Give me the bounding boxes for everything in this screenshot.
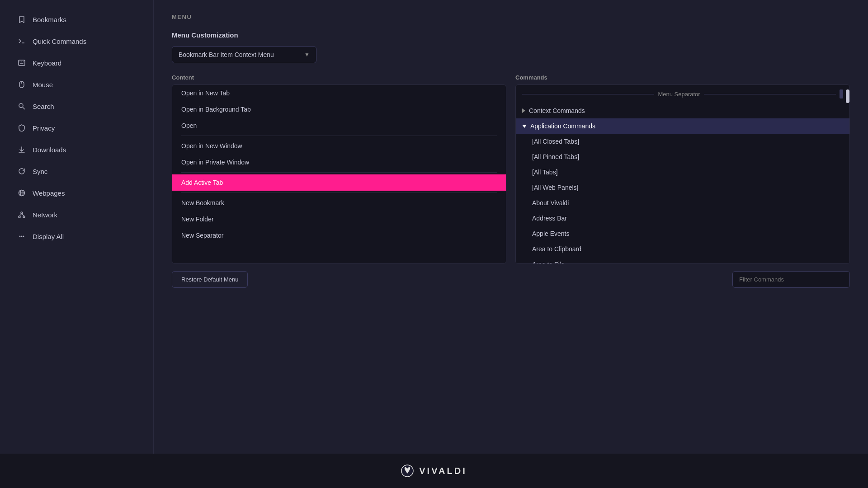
- filter-commands-input[interactable]: [732, 271, 850, 288]
- cmd-child-item[interactable]: [All Web Panels]: [516, 180, 849, 195]
- privacy-icon: [17, 123, 26, 132]
- cmd-child-item[interactable]: [All Tabs]: [516, 164, 849, 180]
- webpages-icon: [17, 188, 26, 197]
- svg-point-15: [19, 216, 20, 218]
- svg-point-19: [19, 236, 21, 237]
- downloads-icon: [17, 145, 26, 154]
- separator-handle[interactable]: [840, 89, 843, 99]
- svg-rect-1: [19, 60, 25, 66]
- svg-point-21: [23, 236, 24, 237]
- sidebar-label-sync: Sync: [33, 168, 47, 175]
- triangle-down-icon: [522, 125, 527, 128]
- list-item[interactable]: New Bookmark: [172, 195, 506, 211]
- sidebar-label-downloads: Downloads: [33, 146, 66, 154]
- sidebar-item-mouse[interactable]: Mouse: [4, 75, 150, 94]
- svg-line-17: [19, 214, 22, 216]
- branding-footer: VIVALDI: [0, 454, 868, 488]
- sidebar-item-keyboard[interactable]: Keyboard: [4, 53, 150, 73]
- cmd-child-item[interactable]: [All Closed Tabs]: [516, 134, 849, 149]
- sidebar-item-network[interactable]: Network: [4, 205, 150, 225]
- list-separator: [181, 136, 497, 136]
- display-all-icon: [17, 232, 26, 241]
- sidebar-item-search[interactable]: Search: [4, 96, 150, 116]
- svg-line-9: [23, 107, 25, 109]
- menu-separator-row: Menu Separator: [516, 85, 849, 103]
- content-list[interactable]: Open in New Tab Open in Background Tab O…: [172, 84, 506, 264]
- dropdown-selected-label: Bookmark Bar Item Context Menu: [179, 51, 274, 58]
- svg-point-16: [23, 216, 25, 218]
- settings-window: Bookmarks Quick Commands: [0, 0, 868, 488]
- sidebar-label-quick-commands: Quick Commands: [33, 38, 86, 45]
- search-icon: [17, 102, 26, 111]
- list-item[interactable]: Open in Private Window: [172, 154, 506, 170]
- content-column-header: Content: [172, 74, 506, 81]
- quick-commands-icon: [17, 37, 26, 46]
- list-item[interactable]: Open in New Window: [172, 138, 506, 154]
- list-separator: [181, 192, 497, 193]
- separator-label: Menu Separator: [658, 91, 700, 98]
- add-active-tab-item[interactable]: Add Active Tab: [172, 174, 506, 191]
- section-title: Menu Customization: [172, 31, 850, 39]
- chevron-down-icon: ▼: [304, 52, 310, 58]
- page-title: MENU: [172, 14, 850, 20]
- sidebar-label-search: Search: [33, 103, 54, 110]
- separator-line-left: [522, 94, 654, 94]
- sidebar-label-network: Network: [33, 211, 57, 219]
- bottom-bar: Restore Default Menu: [172, 271, 850, 288]
- vivaldi-brand-text: VIVALDI: [419, 466, 467, 476]
- app-container: Bookmarks Quick Commands: [0, 0, 868, 488]
- list-item[interactable]: New Separator: [172, 227, 506, 244]
- restore-default-menu-button[interactable]: Restore Default Menu: [172, 271, 248, 288]
- menu-editor: Content Open in New Tab Open in Backgrou…: [172, 74, 850, 264]
- application-commands-label: Application Commands: [530, 122, 595, 130]
- sidebar-item-quick-commands[interactable]: Quick Commands: [4, 31, 150, 51]
- sidebar-item-downloads[interactable]: Downloads: [4, 140, 150, 160]
- main-content: MENU Menu Customization Bookmark Bar Ite…: [154, 0, 868, 454]
- list-separator: [181, 172, 497, 173]
- sidebar-label-privacy: Privacy: [33, 124, 55, 132]
- cmd-child-item[interactable]: Apple Events: [516, 226, 849, 241]
- cmd-child-item[interactable]: Area to File: [516, 257, 849, 264]
- content-column: Content Open in New Tab Open in Backgrou…: [172, 74, 506, 264]
- svg-line-18: [22, 214, 24, 216]
- sidebar-label-webpages: Webpages: [33, 189, 65, 197]
- sidebar-item-privacy[interactable]: Privacy: [4, 118, 150, 138]
- sidebar-label-mouse: Mouse: [33, 81, 53, 89]
- list-item[interactable]: New Folder: [172, 211, 506, 227]
- keyboard-icon: [17, 58, 26, 67]
- cmd-child-item[interactable]: [All Pinned Tabs]: [516, 149, 849, 164]
- list-item[interactable]: Open in Background Tab: [172, 101, 506, 117]
- network-icon: [17, 210, 26, 219]
- sidebar-item-sync[interactable]: Sync: [4, 161, 150, 181]
- triangle-right-icon: [522, 108, 525, 113]
- context-commands-group[interactable]: Context Commands: [516, 103, 849, 118]
- vivaldi-logo-icon: [401, 465, 414, 477]
- application-commands-group[interactable]: Application Commands: [516, 118, 849, 134]
- sidebar-item-display-all[interactable]: Display All: [4, 226, 150, 246]
- main-layout: Bookmarks Quick Commands: [0, 0, 868, 454]
- sidebar-label-keyboard: Keyboard: [33, 59, 61, 67]
- commands-list[interactable]: Menu Separator Context Commands: [515, 84, 850, 264]
- svg-point-14: [21, 212, 23, 214]
- sync-icon: [17, 167, 26, 176]
- address-bar-cmd-item[interactable]: Address Bar: [516, 211, 849, 226]
- cmd-child-item[interactable]: Area to Clipboard: [516, 241, 849, 257]
- menu-type-dropdown[interactable]: Bookmark Bar Item Context Menu ▼: [172, 46, 316, 63]
- scrollbar-track: [846, 85, 849, 263]
- sidebar-item-webpages[interactable]: Webpages: [4, 183, 150, 203]
- separator-line-right: [704, 94, 836, 94]
- svg-point-20: [21, 236, 23, 237]
- list-item[interactable]: Open in New Tab: [172, 85, 506, 101]
- commands-column: Commands Menu Separator: [515, 74, 850, 264]
- mouse-icon: [17, 80, 26, 89]
- sidebar-item-bookmarks[interactable]: Bookmarks: [4, 9, 150, 29]
- bookmark-icon: [17, 15, 26, 24]
- commands-column-header: Commands: [515, 74, 850, 81]
- scrollbar-thumb[interactable]: [846, 89, 849, 103]
- dropdown-wrapper: Bookmark Bar Item Context Menu ▼: [172, 46, 850, 63]
- sidebar: Bookmarks Quick Commands: [0, 0, 154, 454]
- list-item[interactable]: Open: [172, 117, 506, 134]
- context-commands-label: Context Commands: [529, 107, 585, 114]
- cmd-child-item[interactable]: About Vivaldi: [516, 195, 849, 211]
- sidebar-label-display-all: Display All: [33, 233, 64, 240]
